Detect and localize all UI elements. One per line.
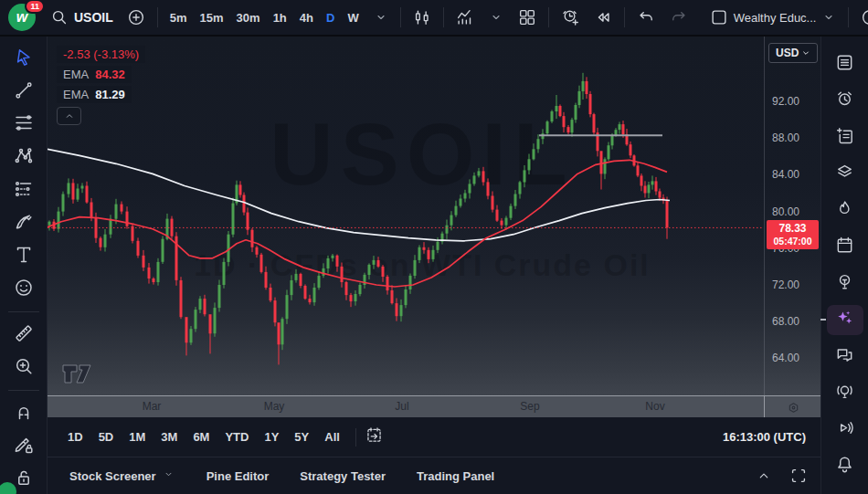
rail-item-ai-assistant[interactable] [827, 305, 863, 335]
rail-item-watchlist[interactable] [827, 49, 863, 79]
layout-manager-button[interactable]: Wealthy Educ... [704, 3, 843, 32]
interval-group: 5m15m30m1h4hDW [164, 6, 365, 29]
currency-selector[interactable]: USD [768, 43, 818, 63]
rail-item-streams[interactable] [827, 378, 863, 408]
interval-button-15m[interactable]: 15m [194, 6, 230, 29]
rail-item-chat[interactable] [827, 342, 863, 372]
chat-icon [834, 344, 855, 369]
chevron-up-icon [62, 109, 77, 123]
redo-button[interactable] [663, 3, 694, 32]
watchlist-icon [834, 52, 855, 77]
footer-right-controls [751, 463, 815, 489]
indicators-dropdown-button[interactable] [482, 5, 510, 30]
panel-expand-button[interactable] [751, 463, 777, 489]
bar-replay-button[interactable] [587, 3, 619, 32]
object-tree-icon [834, 162, 855, 186]
rail-item-news[interactable] [827, 122, 863, 152]
undo-button[interactable] [630, 3, 662, 32]
rail-item-alerts[interactable] [827, 86, 863, 116]
chevron-down-icon [820, 9, 837, 26]
legend-collapse-button[interactable] [57, 107, 81, 125]
gear-icon [786, 400, 801, 415]
footer-tab-pine-editor[interactable]: Pine Editor [197, 464, 279, 489]
rail-item-live[interactable] [827, 415, 863, 445]
indicators-button[interactable] [450, 3, 481, 32]
toolbar-separator [157, 7, 158, 27]
footer-tab-strategy-tester[interactable]: Strategy Tester [291, 464, 395, 489]
range-button-5d[interactable]: 5D [91, 426, 122, 448]
pattern-icon [13, 145, 35, 171]
zoom-in-tool[interactable] [7, 354, 40, 381]
trend-line-tool[interactable] [7, 79, 40, 105]
range-button-3m[interactable]: 3M [153, 426, 185, 448]
currency-label: USD [776, 47, 799, 59]
axis-settings-gear-icon[interactable] [775, 397, 811, 417]
compare-add-symbol-button[interactable] [121, 3, 152, 32]
pattern-tool[interactable] [7, 144, 40, 171]
price-tick: 88.00 [772, 131, 799, 144]
range-button-ytd[interactable]: YTD [217, 426, 256, 448]
range-button-all[interactable]: All [317, 426, 347, 448]
chart-style-button[interactable] [407, 3, 438, 32]
interval-button-d[interactable]: D [320, 6, 341, 29]
cursor-icon [13, 47, 35, 72]
layout-name-label: Wealthy Educ... [734, 11, 817, 25]
month-label-sep: Sep [520, 400, 539, 413]
cursor-tool[interactable] [7, 46, 40, 72]
rail-item-object-tree[interactable] [827, 159, 863, 189]
panel-maximize-button[interactable] [786, 463, 811, 489]
rail-item-calendar[interactable] [827, 232, 863, 262]
quick-snapshot-button[interactable] [854, 3, 868, 32]
magnet-tool[interactable] [7, 400, 40, 426]
rail-item-ideas[interactable] [827, 268, 863, 299]
indicators-icon [455, 7, 475, 27]
chevron-down-icon [162, 468, 175, 484]
ideas-icon [834, 271, 855, 296]
rail-item-notifications[interactable] [827, 451, 863, 481]
trading-app-window: w 11 USOIL 5m15m30m1h4hDW Wealthy Educ..… [0, 0, 868, 494]
time-axis[interactable]: MarMayJulSepNov [48, 395, 820, 417]
month-label-mar: Mar [143, 400, 162, 413]
draw-lock-tool[interactable] [7, 433, 40, 459]
fib-retracement-tool[interactable] [7, 111, 40, 138]
live-icon [834, 417, 855, 442]
emoji-tool[interactable] [7, 276, 40, 302]
range-button-1d[interactable]: 1D [60, 426, 90, 448]
rewind-icon [593, 7, 613, 27]
price-tick: 84.00 [772, 168, 799, 181]
layout-grid-button[interactable] [512, 3, 543, 32]
rail-item-hotlists[interactable] [827, 195, 863, 226]
clock-icon [860, 7, 868, 27]
emoji-icon [13, 277, 35, 302]
range-button-5y[interactable]: 5Y [287, 426, 316, 448]
corners-maximize-icon [789, 466, 809, 486]
axis-divider [764, 396, 765, 417]
text-tool[interactable] [7, 243, 40, 269]
symbol-search-button[interactable]: USOIL [44, 3, 119, 32]
create-alert-button[interactable] [555, 3, 586, 32]
price-scale[interactable]: USD 78.33 05:47:00 92.0088.0084.0080.007… [764, 37, 820, 395]
interval-button-5m[interactable]: 5m [164, 6, 194, 29]
go-to-date-button[interactable] [365, 426, 384, 448]
prediction-icon [13, 178, 35, 204]
interval-button-w[interactable]: W [341, 6, 365, 29]
footer-tab-stock-screener[interactable]: Stock Screener [60, 462, 185, 489]
ema-slow-label: EMA [63, 88, 89, 101]
range-button-1y[interactable]: 1Y [257, 426, 286, 448]
range-button-1m[interactable]: 1M [122, 426, 153, 448]
footer-tab-trading-panel[interactable]: Trading Panel [408, 464, 503, 489]
chevron-down-icon [799, 46, 813, 60]
widget-rail [820, 37, 868, 494]
price-chart-canvas[interactable]: USOIL1D · CFDs on WTI Crude Oil [48, 37, 764, 395]
account-menu-button[interactable]: w 11 [7, 2, 42, 33]
interval-button-1h[interactable]: 1h [267, 6, 293, 29]
ruler-tool[interactable] [7, 321, 40, 348]
interval-button-30m[interactable]: 30m [230, 6, 267, 29]
prediction-tool[interactable] [7, 177, 40, 204]
interval-button-4h[interactable]: 4h [293, 6, 320, 29]
brush-tool[interactable] [7, 210, 40, 236]
utc-clock-label: 16:13:00 (UTC) [723, 430, 808, 444]
range-button-6m[interactable]: 6M [185, 426, 217, 448]
interval-dropdown-button[interactable] [367, 5, 395, 30]
ema-slow-value: 81.29 [95, 88, 125, 101]
